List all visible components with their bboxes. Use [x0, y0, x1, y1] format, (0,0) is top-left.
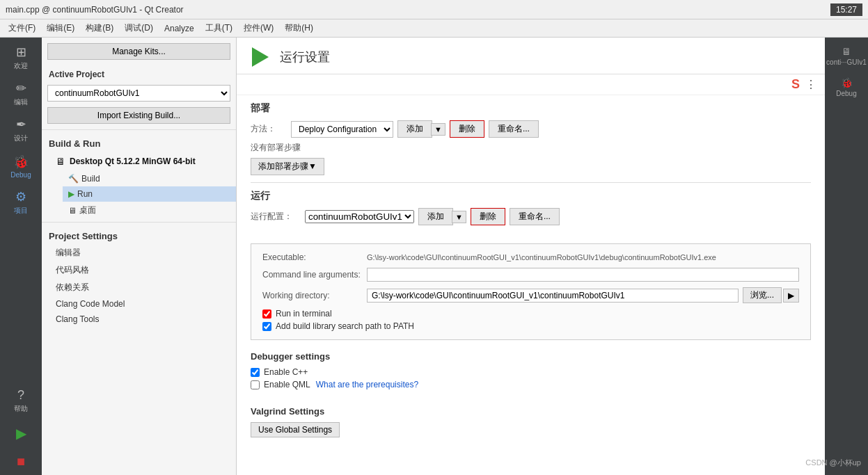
title-bar-time: 15:27	[830, 3, 862, 16]
build-item[interactable]: 🔨 Build	[63, 171, 236, 186]
enable-qml-row: Enable QML What are the prerequisites?	[251, 380, 811, 389]
icon-welcome[interactable]: ⊞ 欢迎	[3, 40, 38, 75]
enable-qml-label: Enable QML	[264, 380, 310, 389]
run-in-terminal-row: Run in terminal	[262, 309, 799, 319]
working-dir-input-row: 浏览... ▶	[367, 287, 799, 303]
enable-cpp-checkbox[interactable]	[251, 368, 260, 377]
add-build-lib-label: Add build library search path to PATH	[276, 321, 414, 331]
sidebar-link-clang-code[interactable]: Clang Code Model	[42, 296, 236, 312]
build-run-items: 🔨 Build ▶ Run 🖥 桌面	[42, 171, 236, 219]
cmd-args-label: Command line arguments:	[262, 270, 367, 280]
sidebar: Manage Kits... Active Project continuumR…	[42, 38, 237, 475]
add-build-lib-row: Add build library search path to PATH	[262, 321, 799, 331]
icon-welcome-label: 欢迎	[14, 61, 28, 71]
menu-help[interactable]: 帮助(H)	[279, 20, 319, 36]
csdn-watermark: CSDN @小杯up	[805, 458, 861, 468]
mini-project-label: conti···GUIv1	[826, 58, 867, 66]
sidebar-link-deps[interactable]: 依赖关系	[42, 279, 236, 296]
run-add-arrow[interactable]: ▼	[452, 211, 466, 223]
desktop-icon: 🖥	[68, 206, 77, 216]
executable-label: Executable:	[262, 252, 367, 262]
sidebar-link-codestyle[interactable]: 代码风格	[42, 261, 236, 279]
run-add-button[interactable]: 添加	[418, 208, 453, 225]
dir-arrow-button[interactable]: ▶	[783, 289, 799, 303]
menu-tools[interactable]: 工具(T)	[200, 20, 238, 36]
mini-debug-panel[interactable]: 🐞 Debug	[835, 72, 858, 103]
design-icon: ✒	[16, 117, 26, 132]
working-dir-row: Working directory: 浏览... ▶	[262, 287, 799, 303]
content-area: 运行设置 S ⋮ 部署 方法： Deploy Configuration 添加 …	[237, 38, 825, 475]
run-in-terminal-label: Run in terminal	[276, 309, 332, 319]
executable-row: Executable: G:\lsy-work\code\GUI\continu…	[262, 252, 799, 262]
sidebar-link-editor[interactable]: 编辑器	[42, 244, 236, 261]
menu-debug[interactable]: 调试(D)	[119, 20, 159, 36]
deploy-add-button[interactable]: 添加	[397, 120, 432, 138]
desktop-label: 桌面	[79, 204, 96, 216]
icon-project[interactable]: ⚙ 项目	[3, 185, 38, 220]
menu-edit[interactable]: 编辑(E)	[41, 20, 80, 36]
add-deploy-step-button[interactable]: 添加部署步骤▼	[251, 158, 324, 175]
icon-design[interactable]: ✒ 设计	[3, 113, 38, 147]
manage-kits-button[interactable]: Manage Kits...	[47, 43, 230, 60]
cmd-args-input[interactable]	[367, 268, 799, 282]
project-dropdown-row: continuumRobotGUIv1	[47, 85, 230, 102]
working-dir-input[interactable]	[367, 289, 739, 303]
cmd-args-row: Command line arguments:	[262, 268, 799, 282]
help-icon: ?	[17, 388, 24, 403]
stop-btn-bottom[interactable]: ■	[3, 447, 38, 475]
run-rename-button[interactable]: 重命名...	[510, 208, 560, 225]
sidebar-link-clang-tools[interactable]: Clang Tools	[42, 312, 236, 327]
menu-bar: 文件(F) 编辑(E) 构建(B) 调试(D) Analyze 工具(T) 控件…	[0, 19, 868, 38]
menu-controls[interactable]: 控件(W)	[238, 20, 279, 36]
icon-help-label: 帮助	[14, 404, 28, 414]
menu-build[interactable]: 构建(B)	[80, 20, 119, 36]
project-settings-label: Project Settings	[42, 225, 236, 244]
import-existing-build-button[interactable]: Import Existing Build...	[47, 107, 230, 124]
welcome-icon: ⊞	[16, 45, 26, 60]
run-section: 运行 运行配置： continuumRobotGUIv1 添加 ▼ 删除 重命名…	[237, 183, 825, 239]
debugger-title: Debugger settings	[251, 351, 811, 362]
run-item[interactable]: ▶ Run	[63, 186, 236, 202]
browse-button[interactable]: 浏览...	[743, 287, 782, 303]
run-in-terminal-checkbox[interactable]	[262, 309, 271, 319]
debug-small-icon: 🐞	[841, 77, 853, 88]
run-delete-button[interactable]: 删除	[471, 208, 505, 225]
menu-analyze[interactable]: Analyze	[159, 22, 200, 35]
build-label: Build	[81, 174, 100, 184]
s-icon[interactable]: S	[791, 77, 800, 92]
enable-cpp-label: Enable C++	[264, 367, 308, 377]
play-triangle-icon	[252, 47, 269, 67]
executable-value: G:\lsy-work\code\GUI\continuumRootGUI_v1…	[367, 253, 799, 261]
add-build-lib-checkbox[interactable]	[262, 322, 271, 331]
mini-project-panel[interactable]: 🖥 conti···GUIv1	[825, 40, 868, 72]
valgrind-section: Valgrind Settings Use Global Settings	[237, 399, 825, 444]
run-btn-bottom[interactable]: ▶	[3, 419, 38, 447]
menu-file[interactable]: 文件(F)	[3, 20, 41, 36]
deploy-method-label: 方法：	[251, 123, 285, 135]
deploy-rename-button[interactable]: 重命名...	[489, 120, 539, 138]
more-icon[interactable]: ⋮	[805, 78, 816, 91]
run-config-select[interactable]: continuumRobotGUIv1	[305, 210, 414, 223]
main-layout: ⊞ 欢迎 ✏ 编辑 ✒ 设计 🐞 Debug ⚙ 项目 ? 帮助 ▶ ■ Man…	[0, 38, 868, 475]
icon-edit[interactable]: ✏ 编辑	[3, 77, 38, 111]
run-label: Run	[77, 189, 93, 199]
working-dir-label: Working directory:	[262, 291, 367, 300]
mini-debug-label: Debug	[836, 90, 856, 97]
deploy-delete-button[interactable]: 删除	[450, 120, 484, 138]
desktop-item[interactable]: 🖥 桌面	[63, 202, 236, 219]
icon-help[interactable]: ? 帮助	[3, 383, 38, 418]
deploy-section-title: 部署	[251, 102, 811, 115]
kit-name: Desktop Qt 5.12.2 MinGW 64-bit	[70, 156, 196, 166]
deploy-config-select[interactable]: Deploy Configuration	[291, 121, 393, 138]
title-bar-text: main.cpp @ continuumRobotGUIv1 - Qt Crea…	[6, 5, 184, 15]
deploy-add-arrow[interactable]: ▼	[431, 123, 445, 136]
prerequisites-link[interactable]: What are the prerequisites?	[316, 380, 418, 389]
kit-item-desktop[interactable]: 🖥 Desktop Qt 5.12.2 MinGW 64-bit	[42, 152, 236, 171]
use-global-settings-button[interactable]: Use Global Settings	[251, 422, 340, 437]
enable-qml-checkbox[interactable]	[251, 380, 260, 389]
debug-icon: 🐞	[13, 154, 29, 170]
project-select[interactable]: continuumRobotGUIv1	[47, 85, 230, 102]
monitor-small-icon: 🖥	[842, 46, 851, 57]
icon-debug[interactable]: 🐞 Debug	[3, 149, 38, 184]
run-play-button[interactable]	[248, 45, 273, 70]
